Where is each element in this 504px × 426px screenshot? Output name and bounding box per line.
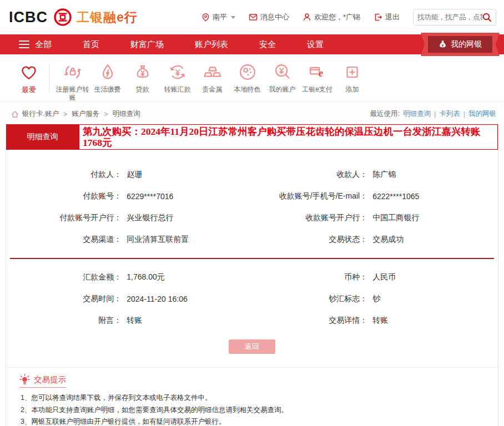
shortcut-label: 生活缴费 bbox=[94, 85, 121, 94]
home-icon bbox=[11, 110, 19, 118]
heart-icon bbox=[18, 62, 39, 83]
shortcut-icbc-epay[interactable]: e 工银e支付 bbox=[300, 62, 335, 94]
message-center-label: 消息中心 bbox=[260, 12, 289, 22]
tip-item: 1、您可以将查询结果下载，并保存到文本或电子表格文件中。 bbox=[21, 392, 490, 404]
icbc-logo-text: ICBC bbox=[9, 9, 48, 26]
transaction-tips: 交易提示 1、您可以将查询结果下载，并保存到文本或电子表格文件中。 2、本功能只… bbox=[6, 367, 498, 426]
welcome-user[interactable]: 欢迎您，*广锦 bbox=[303, 12, 360, 22]
welcome-label: 欢迎您，*广锦 bbox=[314, 12, 360, 22]
recent-link-my-ebank[interactable]: 我的网银 bbox=[468, 109, 496, 119]
tips-list: 1、您可以将查询结果下载，并保存到文本或电子表格文件中。 2、本功能只支持查询账… bbox=[17, 392, 490, 426]
field-payee-bank: 收款账号开户行：中国工商银行 bbox=[252, 207, 498, 229]
page: ICBC 工银融e行 南平 消息中心 欢迎您，*广锦 bbox=[0, 0, 504, 426]
message-center-link[interactable]: 消息中心 bbox=[249, 12, 289, 22]
field-channel: 交易渠道：同业清算互联前置 bbox=[6, 229, 252, 250]
search-input[interactable] bbox=[417, 13, 482, 21]
detail-section-2: 汇款金额：1,768.00元 币种：人民币 交易时间：2024-11-20 16… bbox=[6, 259, 498, 331]
shortcut-label: 工银e支付 bbox=[302, 85, 332, 94]
my-ebank-ribbon: 我的网银 bbox=[421, 33, 500, 56]
tip-item: 3、网银互联账户明细由开户银行提供，如有疑问请联系开户银行。 bbox=[21, 416, 490, 426]
shortcut-bar: 最爱 注册账户转账 生活缴费 贷款 bbox=[0, 54, 504, 102]
recent-used: 最近使用: 明细查询 | 卡列表 | 我的网银 bbox=[370, 109, 496, 119]
breadcrumb: 银行卡.账户 > 账户服务 > 明细查询 bbox=[11, 109, 140, 119]
nav-item-settings[interactable]: 设置 bbox=[307, 39, 324, 50]
logout-icon bbox=[374, 13, 382, 22]
shortcut-transfer-remit[interactable]: 转账汇款 bbox=[160, 62, 195, 94]
top-header: ICBC 工银融e行 南平 消息中心 欢迎您，*广锦 bbox=[0, 0, 504, 34]
tip-item: 2、本功能只支持查询账户明细，如您需要查询具体交易的明细信息请到相关交易查询。 bbox=[21, 404, 490, 416]
field-currency: 币种：人民币 bbox=[252, 266, 498, 288]
hamburger-icon bbox=[19, 40, 29, 49]
recent-link-detail-query[interactable]: 明细查询 bbox=[403, 109, 431, 119]
field-payer: 付款人：赵珊 bbox=[6, 164, 252, 185]
field-transaction-detail: 交易详情：转账 bbox=[252, 310, 498, 331]
local-feature-icon bbox=[237, 62, 258, 83]
tab-row: 明细查询 第九次购买：2024年11月20日江苏常州客户购买带压花齿轮的保温压边… bbox=[6, 124, 498, 150]
nav-item-wealth-plaza[interactable]: 财富广场 bbox=[130, 39, 164, 50]
shortcut-label: 贷款 bbox=[136, 85, 149, 94]
brand-logo: ICBC 工银融e行 bbox=[9, 8, 138, 27]
search-box bbox=[413, 9, 496, 26]
shortcut-label: 本地特色 bbox=[234, 85, 261, 94]
nav-item-home[interactable]: 首页 bbox=[83, 39, 99, 50]
breadcrumb-item[interactable]: 账户服务 bbox=[72, 109, 99, 119]
envelope-icon bbox=[249, 13, 258, 22]
register-transfer-icon bbox=[62, 62, 83, 83]
shortcut-favorites[interactable]: 最爱 bbox=[11, 62, 47, 94]
shortcut-register-transfer[interactable]: 注册账户转账 bbox=[55, 62, 90, 102]
transfer-remit-icon bbox=[167, 62, 188, 83]
field-payee: 收款人：陈广锦 bbox=[252, 164, 498, 185]
shortcut-utility-payment[interactable]: 生活缴费 bbox=[90, 62, 125, 94]
my-ebank-button[interactable]: 我的网银 bbox=[428, 36, 492, 53]
field-payer-bank: 付款账号开户行：兴业银行总行 bbox=[6, 207, 252, 229]
shortcut-label: 贵金属 bbox=[203, 85, 223, 94]
recent-link-card-list[interactable]: 卡列表 bbox=[439, 109, 460, 119]
nav-item-security[interactable]: 安全 bbox=[259, 39, 276, 50]
shortcut-add[interactable]: 添加 bbox=[335, 62, 370, 94]
shortcut-loan[interactable]: 贷款 bbox=[125, 62, 160, 94]
icbc-epay-icon: e bbox=[307, 62, 328, 83]
icbc-emblem-icon bbox=[53, 8, 72, 27]
tips-title: 交易提示 bbox=[34, 374, 66, 385]
add-icon bbox=[342, 62, 363, 83]
field-payer-account: 付款账号：6229****7016 bbox=[6, 185, 252, 207]
main-nav: 全部 首页 财富广场 账户列表 安全 设置 我的网银 bbox=[0, 34, 504, 54]
nav-item-all[interactable]: 全部 bbox=[19, 39, 52, 50]
shortcut-label: 转账汇款 bbox=[164, 85, 191, 94]
purchase-headline: 第九次购买：2024年11月20日江苏常州客户购买带压花齿轮的保温压边机一台发浙… bbox=[79, 124, 498, 150]
shortcut-label: 我的账户 bbox=[269, 85, 296, 94]
field-postscript: 附言：转账 bbox=[6, 310, 252, 331]
back-button[interactable]: 返回 bbox=[229, 339, 275, 354]
tips-header: 交易提示 bbox=[19, 374, 66, 388]
recent-separator: | bbox=[434, 110, 436, 118]
loan-icon bbox=[132, 62, 153, 83]
breadcrumb-separator: > bbox=[104, 110, 108, 118]
location-selector[interactable]: 南平 bbox=[201, 12, 235, 22]
detail-section-1: 付款人：赵珊 收款人：陈广锦 付款账号：6229****7016 收款账号/手机… bbox=[6, 150, 498, 252]
breadcrumb-item[interactable]: 银行卡.账户 bbox=[22, 109, 59, 119]
recent-used-label: 最近使用: bbox=[370, 109, 400, 119]
shortcut-local-feature[interactable]: 本地特色 bbox=[230, 62, 265, 94]
brand-name: 工银融e行 bbox=[77, 9, 138, 26]
recent-separator: | bbox=[463, 110, 465, 118]
chevron-down-icon bbox=[231, 16, 235, 19]
tab-detail-query[interactable]: 明细查询 bbox=[6, 124, 79, 150]
person-icon bbox=[303, 13, 311, 22]
header-actions: 南平 消息中心 欢迎您，*广锦 退出 bbox=[201, 9, 496, 26]
field-status: 交易状态：交易成功 bbox=[252, 229, 498, 250]
nav-all-label: 全部 bbox=[35, 39, 52, 50]
button-row: 返回 bbox=[6, 331, 498, 359]
search-icon[interactable] bbox=[482, 13, 492, 22]
shortcut-label: 注册账户转账 bbox=[55, 85, 90, 102]
detail-panel: 明细查询 第九次购买：2024年11月20日江苏常州客户购买带压花齿轮的保温压边… bbox=[6, 124, 498, 426]
shortcut-precious-metal[interactable]: 贵金属 bbox=[195, 62, 230, 94]
nav-item-account-list[interactable]: 账户列表 bbox=[195, 39, 228, 50]
field-cash-remit-flag: 钞汇标志：钞 bbox=[252, 288, 498, 310]
money-bag-icon bbox=[439, 40, 447, 49]
shortcut-label: 添加 bbox=[346, 85, 359, 94]
utility-payment-icon bbox=[97, 62, 118, 83]
lightbulb-icon bbox=[19, 374, 30, 385]
shortcut-my-account[interactable]: 我的账户 bbox=[265, 62, 300, 94]
logout-button[interactable]: 退出 bbox=[374, 12, 400, 22]
my-ebank-label: 我的网银 bbox=[451, 39, 482, 49]
